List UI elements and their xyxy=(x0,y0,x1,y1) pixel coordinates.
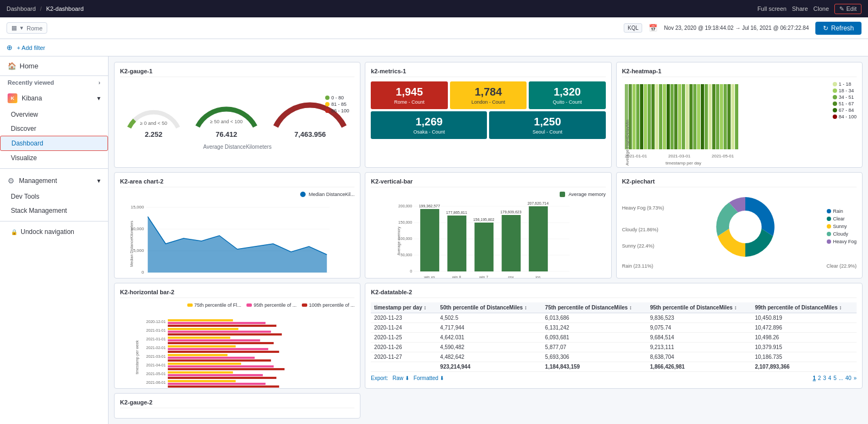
svg-text:ios: ios xyxy=(536,275,541,278)
search-bar: ▦ ▾ Rome KQL 📅 Nov 23, 2020 @ 19:18:44.0… xyxy=(0,17,868,39)
metrics-panel: k2-metrics-1 1,945 Rome - Count 1,784 Lo… xyxy=(365,62,611,168)
svg-rect-21 xyxy=(697,84,700,149)
export-links: Export: Raw ⬇ Formatted ⬇ xyxy=(371,375,444,381)
sidebar-divider2 xyxy=(0,221,108,222)
page-2[interactable]: 2 xyxy=(818,375,821,381)
table-cell: 1,866,426,981 xyxy=(647,362,751,371)
breadcrumb-k2: K2-dashboard xyxy=(46,5,84,12)
clone-button[interactable]: Clone xyxy=(813,5,829,12)
devtools-label: Dev Tools xyxy=(11,193,39,200)
metrics-title: k2-metrics-1 xyxy=(371,68,605,77)
svg-rect-99 xyxy=(168,333,282,336)
pie-leg-sunny: Sunny xyxy=(833,224,847,229)
sidebar-item-visualize[interactable]: Visualize xyxy=(0,151,108,165)
export-raw[interactable]: Raw ⬇ xyxy=(392,375,409,381)
svg-rect-115 xyxy=(168,380,236,382)
kql-badge[interactable]: KQL xyxy=(624,23,642,33)
edit-label: Edit xyxy=(846,5,857,12)
svg-text:2021-03-01: 2021-03-01 xyxy=(668,154,690,159)
metric-london-label: London - Count xyxy=(454,99,522,105)
svg-rect-117 xyxy=(168,385,279,388)
svg-rect-14 xyxy=(670,84,674,149)
page-next[interactable]: » xyxy=(853,375,857,381)
table-cell: 6,093,681 xyxy=(542,332,647,342)
share-button[interactable]: Share xyxy=(792,5,808,12)
page-1[interactable]: 1 xyxy=(813,375,816,381)
svg-rect-8 xyxy=(648,84,651,149)
gauge-2: ≥ 50 and < 100 76.412 xyxy=(191,90,262,138)
table-cell: 5,693,306 xyxy=(542,352,647,362)
svg-text:15,000: 15,000 xyxy=(131,205,144,210)
edit-button[interactable]: ✎ Edit xyxy=(834,4,861,14)
svg-rect-69 xyxy=(447,216,466,271)
hm-leg-3: 34 - 51 xyxy=(839,94,854,100)
table-cell: 4,642.031 xyxy=(437,332,542,342)
legend-81-85: 81 - 85 xyxy=(331,102,346,107)
col-timestamp: timestamp per day ↕ xyxy=(371,302,437,313)
sidebar-item-overview[interactable]: Overview xyxy=(0,107,108,122)
sidebar-item-stack[interactable]: Stack Management xyxy=(0,204,108,218)
chevron-down-icon2: ▾ xyxy=(97,177,100,185)
page-3[interactable]: 3 xyxy=(823,375,826,381)
col-99th: 99th percentile of DistanceMiles ↕ xyxy=(752,302,857,313)
svg-rect-94 xyxy=(168,319,233,321)
svg-rect-108 xyxy=(168,359,271,362)
svg-rect-19 xyxy=(689,84,693,149)
table-cell: 2,107,893,366 xyxy=(752,362,857,371)
refresh-button[interactable]: ↻ Refresh xyxy=(815,22,861,35)
sidebar-item-devtools[interactable]: Dev Tools xyxy=(0,189,108,204)
svg-text:US-WY: US-WY xyxy=(141,277,154,278)
svg-point-84 xyxy=(729,211,762,243)
vbar-panel: K2-vertical-bar Average memory 200,000 1… xyxy=(365,172,611,278)
svg-text:2021-01-01: 2021-01-01 xyxy=(146,328,166,332)
area-legend: Median DistanceKil... xyxy=(309,192,355,197)
svg-rect-27 xyxy=(720,84,723,149)
filter-icon: ⊕ xyxy=(7,43,12,52)
svg-text:US-TX: US-TX xyxy=(232,277,243,278)
breadcrumb-separator: / xyxy=(40,5,42,12)
table-cell: 9,213,111 xyxy=(647,342,751,352)
breadcrumb-dashboard[interactable]: Dashboard xyxy=(7,5,36,12)
sidebar-recently-viewed[interactable]: Recently viewed › xyxy=(0,76,108,89)
svg-rect-24 xyxy=(708,84,712,149)
svg-text:2021-05-01: 2021-05-01 xyxy=(146,372,166,376)
svg-rect-106 xyxy=(168,354,227,356)
svg-rect-5 xyxy=(636,84,639,149)
metrics-top-row: 1,945 Rome - Count 1,784 London - Count … xyxy=(371,81,605,109)
svg-rect-104 xyxy=(168,348,268,350)
refresh-label: Refresh xyxy=(831,24,854,32)
page-40[interactable]: 40 xyxy=(845,375,851,381)
sidebar-kibana-section[interactable]: K Kibana ▾ xyxy=(0,89,108,107)
sidebar-item-undock[interactable]: 🔒 Undock navigation xyxy=(0,225,108,239)
svg-text:2021-03-01: 2021-03-01 xyxy=(146,355,166,358)
svg-text:US-UT: US-UT xyxy=(213,277,225,278)
add-filter-button[interactable]: + Add filter xyxy=(17,45,45,51)
svg-rect-16 xyxy=(678,84,681,149)
metric-osaka: 1,269 Osaka - Count xyxy=(371,111,487,139)
fullscreen-button[interactable]: Full screen xyxy=(757,5,787,12)
svg-rect-22 xyxy=(701,84,704,149)
svg-rect-73 xyxy=(502,215,521,271)
page-4[interactable]: 4 xyxy=(828,375,832,381)
svg-text:osx: osx xyxy=(508,275,514,278)
pie-label-rain: Rain (23.11%) xyxy=(622,263,654,269)
page-5[interactable]: 5 xyxy=(833,375,837,381)
table-cell: 9,075.74 xyxy=(647,322,751,332)
sidebar-item-home[interactable]: 🏠 Home xyxy=(0,56,108,76)
vbar-legend: Average memory xyxy=(568,192,605,197)
svg-text:0: 0 xyxy=(142,270,144,275)
heatmap-panel: K2-heatmap-1 xyxy=(616,62,863,168)
search-box[interactable]: ▦ ▾ Rome xyxy=(7,22,47,34)
table-cell: 4,717,944 xyxy=(437,322,542,332)
sidebar-item-dashboard[interactable]: Dashboard xyxy=(0,136,108,151)
svg-rect-101 xyxy=(168,339,260,341)
svg-text:timestamp per week: timestamp per week xyxy=(135,340,140,374)
export-formatted[interactable]: Formatted ⬇ xyxy=(414,375,444,381)
gauge-title: K2-gauge-1 xyxy=(120,68,354,77)
heatmap-legend: 1 - 18 18 - 34 34 - 51 51 - 67 67 - 84 8… xyxy=(833,81,857,168)
sidebar-management-section[interactable]: ⚙ Management ▾ xyxy=(0,172,108,189)
svg-text:US-VA: US-VA xyxy=(196,277,207,278)
sidebar-item-discover[interactable]: Discover xyxy=(0,122,108,136)
gauge-2-value: 76.412 xyxy=(191,130,262,138)
table-row: 2020-11-274,482,6425,693,3068,638,70410,… xyxy=(371,352,857,362)
